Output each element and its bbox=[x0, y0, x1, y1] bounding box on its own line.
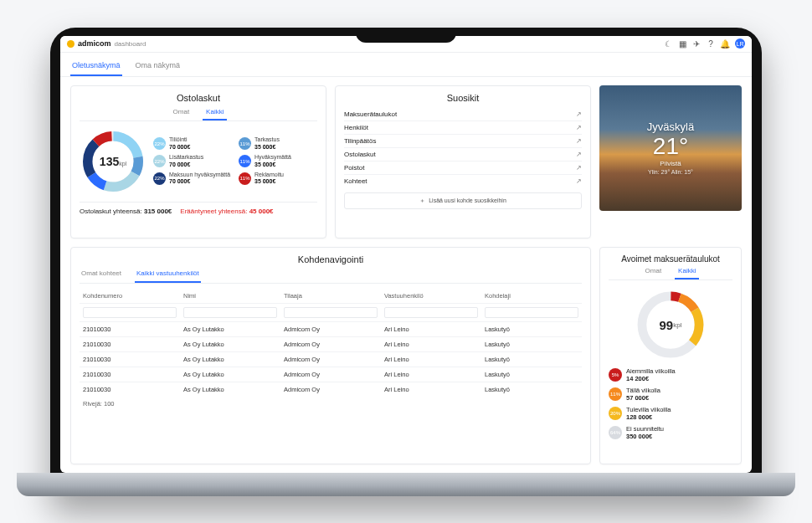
avoimet-donut: 99kpl bbox=[633, 287, 708, 362]
weather-widget: Jyväskylä 21° Pilvistä Ylin: 29° Alin: 1… bbox=[599, 85, 742, 211]
table-row[interactable]: 21010030As Oy LutakkoAdmicom OyAri Leino… bbox=[80, 367, 582, 382]
avoimet-legend-item[interactable]: 64%Ei suunniteltu350 000€ bbox=[609, 425, 732, 440]
brand-name: admicom bbox=[78, 39, 111, 48]
external-link-icon: ↗ bbox=[576, 164, 582, 172]
pct-badge: 11% bbox=[239, 155, 251, 167]
table-row[interactable]: 21010030As Oy LutakkoAdmicom OyAri Leino… bbox=[80, 337, 582, 352]
weather-city: Jyväskylä bbox=[647, 120, 694, 133]
pct-badge: 11% bbox=[609, 387, 622, 401]
column-filter-input[interactable] bbox=[384, 307, 478, 318]
avoimet-legend-item[interactable]: 20%Tulevilla viikoilla128 000€ bbox=[609, 406, 732, 421]
ostolaskut-overdue: Erääntyneet yhteensä: 45 000€ bbox=[180, 208, 273, 215]
external-link-icon: ↗ bbox=[576, 124, 582, 131]
pct-badge: 22% bbox=[153, 172, 166, 185]
column-filter-input[interactable] bbox=[284, 307, 378, 318]
ostolaskut-legend-item[interactable]: 11%Reklamoitu35 000€ bbox=[239, 172, 317, 186]
favorite-item[interactable]: Ostolaskut↗ bbox=[344, 148, 582, 162]
ostolaskut-tab-omat[interactable]: Omat bbox=[170, 108, 193, 120]
weather-hilo: Ylin: 29° Alin: 15° bbox=[648, 169, 693, 175]
table-row[interactable]: 21010030As Oy LutakkoAdmicom OyAri Leino… bbox=[80, 352, 582, 367]
card-avoimet: Avoimet maksuerätaulukot Omat Kaikki 99k… bbox=[599, 247, 742, 464]
avoimet-count: 99 bbox=[660, 318, 674, 332]
ostolaskut-title: Ostolaskut bbox=[80, 93, 317, 103]
bell-icon[interactable]: 🔔 bbox=[721, 39, 729, 48]
favorite-item[interactable]: Kohteet↗ bbox=[344, 175, 582, 187]
pct-badge: 64% bbox=[609, 426, 622, 439]
external-link-icon: ↗ bbox=[576, 137, 582, 145]
kohde-tab-omat[interactable]: Omat kohteet bbox=[80, 269, 123, 283]
kohde-title: Kohdenavigointi bbox=[80, 254, 582, 264]
external-link-icon: ↗ bbox=[576, 151, 582, 158]
pct-badge: 11% bbox=[239, 137, 251, 150]
pct-badge: 20% bbox=[609, 407, 622, 420]
main-tabs: Oletusnäkymä Oma näkymä bbox=[60, 53, 752, 77]
avoimet-legend-item[interactable]: 11%Tällä viikolla57 000€ bbox=[609, 387, 732, 402]
avoimet-legend-item[interactable]: 5%Aiemmilla viikoilla14 200€ bbox=[609, 367, 732, 382]
pct-badge: 11% bbox=[239, 172, 251, 185]
brand: admicom dashboard bbox=[67, 39, 146, 48]
table-header[interactable]: Tilaaja bbox=[280, 289, 381, 304]
pct-badge: 22% bbox=[153, 137, 166, 150]
card-kohdenavigointi: Kohdenavigointi Omat kohteet Kaikki vast… bbox=[70, 247, 591, 464]
brand-logo-icon bbox=[67, 40, 75, 48]
favorite-item[interactable]: Poistot↗ bbox=[344, 162, 582, 175]
grid-icon[interactable]: ▦ bbox=[678, 39, 686, 48]
ostolaskut-count: 135 bbox=[100, 155, 119, 168]
kohde-table: KohdenumeroNimiTilaajaVastuuhenkilöKohde… bbox=[80, 289, 582, 397]
column-filter-input[interactable] bbox=[183, 307, 277, 318]
kohde-rows-count: Rivejä: 100 bbox=[80, 397, 582, 411]
plus-icon: ＋ bbox=[419, 197, 425, 205]
ostolaskut-legend-item[interactable]: 22%Lisätarkastus70 000€ bbox=[153, 154, 232, 168]
ostolaskut-donut: 135kpl bbox=[80, 128, 146, 195]
tab-default-view[interactable]: Oletusnäkymä bbox=[70, 58, 122, 76]
external-link-icon: ↗ bbox=[576, 110, 582, 118]
tab-my-view[interactable]: Oma näkymä bbox=[134, 58, 182, 76]
card-ostolaskut: Ostolaskut Omat Kaikki bbox=[70, 85, 326, 239]
table-row[interactable]: 21010030As Oy LutakkoAdmicom OyAri Leino… bbox=[80, 382, 582, 397]
ostolaskut-tab-kaikki[interactable]: Kaikki bbox=[203, 108, 227, 120]
avoimet-tab-omat[interactable]: Omat bbox=[642, 267, 666, 279]
ostolaskut-legend-item[interactable]: 22%Maksuun hyväksymättä70 000€ bbox=[153, 172, 232, 186]
table-header[interactable]: Nimi bbox=[180, 289, 280, 304]
column-filter-input[interactable] bbox=[485, 307, 578, 318]
suosikit-title: Suosikit bbox=[344, 93, 582, 103]
brand-sub: dashboard bbox=[115, 40, 146, 48]
avatar[interactable]: LR bbox=[735, 38, 745, 49]
favorite-item[interactable]: Maksuerätaulukot↗ bbox=[344, 108, 582, 121]
table-header[interactable]: Kohdenumero bbox=[80, 289, 180, 304]
favorite-item[interactable]: Henkilöt↗ bbox=[344, 121, 582, 135]
add-favorite-button[interactable]: ＋ Lisää uusi kohde suosikkeihin bbox=[344, 192, 582, 209]
ostolaskut-legend-item[interactable]: 22%Tiliöinti70 000€ bbox=[153, 136, 232, 151]
table-row[interactable]: 21010030As Oy LutakkoAdmicom OyAri Leino… bbox=[80, 322, 582, 337]
kohde-tab-kaikki[interactable]: Kaikki vastuuhenkilöt bbox=[135, 269, 201, 283]
moon-icon[interactable]: ☾ bbox=[664, 39, 672, 48]
ostolaskut-legend-item[interactable]: 11%Tarkastus35 000€ bbox=[239, 136, 317, 151]
table-header[interactable]: Kohdelaji bbox=[481, 289, 582, 304]
ostolaskut-legend-item[interactable]: 11%Hyväksymättä35 000€ bbox=[239, 154, 317, 168]
card-suosikit: Suosikit Maksuerätaulukot↗Henkilöt↗Tilin… bbox=[335, 85, 591, 239]
favorite-item[interactable]: Tilinpäätös↗ bbox=[344, 135, 582, 148]
avoimet-tab-kaikki[interactable]: Kaikki bbox=[675, 267, 699, 279]
help-icon[interactable]: ? bbox=[707, 39, 715, 48]
pct-badge: 22% bbox=[153, 155, 166, 167]
external-link-icon: ↗ bbox=[576, 177, 582, 185]
weather-temp: 21° bbox=[653, 133, 688, 160]
send-icon[interactable]: ✈ bbox=[692, 39, 701, 48]
pct-badge: 5% bbox=[609, 368, 622, 382]
table-header[interactable]: Vastuuhenkilö bbox=[381, 289, 481, 304]
avoimet-title: Avoimet maksuerätaulukot bbox=[609, 254, 732, 264]
weather-desc: Pilvistä bbox=[660, 160, 681, 167]
column-filter-input[interactable] bbox=[83, 307, 177, 318]
ostolaskut-total: Ostolaskut yhteensä: 315 000€ bbox=[80, 208, 172, 215]
